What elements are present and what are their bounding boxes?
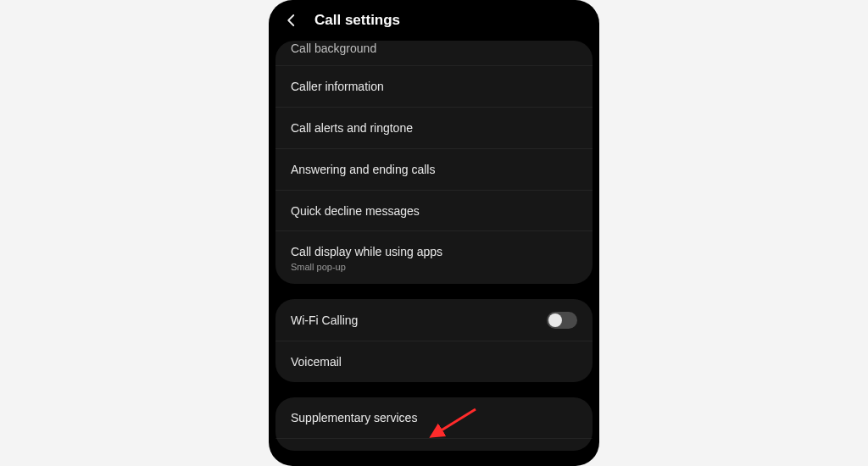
setting-voicemail[interactable]: Voicemail <box>275 341 593 382</box>
setting-call-display-while-using-apps[interactable]: Call display while using apps Small pop-… <box>275 231 593 284</box>
settings-group-2: Wi-Fi Calling Voicemail <box>275 299 593 382</box>
setting-label: Caller information <box>291 79 384 95</box>
page-title: Call settings <box>314 12 400 29</box>
settings-group-3: Supplementary services <box>275 397 593 451</box>
setting-label: Call display while using apps <box>291 244 442 260</box>
settings-group-1: Call background Caller information Call … <box>275 41 593 284</box>
setting-supplementary-services[interactable]: Supplementary services <box>275 397 593 439</box>
header: Call settings <box>269 0 599 41</box>
setting-label: Answering and ending calls <box>291 162 435 178</box>
wifi-calling-toggle[interactable] <box>547 312 577 329</box>
settings-scroll[interactable]: Call background Caller information Call … <box>269 41 599 466</box>
setting-call-alerts-ringtone[interactable]: Call alerts and ringtone <box>275 108 593 149</box>
setting-answering-ending-calls[interactable]: Answering and ending calls <box>275 149 593 191</box>
setting-label: Quick decline messages <box>291 203 420 219</box>
setting-call-background[interactable]: Call background <box>275 41 593 66</box>
setting-label: Supplementary services <box>291 410 417 426</box>
setting-subtitle: Small pop-up <box>291 262 442 272</box>
setting-label: Wi-Fi Calling <box>291 313 358 329</box>
setting-caller-information[interactable]: Caller information <box>275 66 593 108</box>
setting-label: Call background <box>291 41 376 57</box>
setting-label: Call alerts and ringtone <box>291 120 413 136</box>
setting-quick-decline-messages[interactable]: Quick decline messages <box>275 191 593 232</box>
toggle-knob <box>548 313 562 327</box>
setting-placeholder <box>275 439 593 451</box>
back-icon[interactable] <box>284 13 299 28</box>
phone-frame: Call settings Call background Caller inf… <box>269 0 599 466</box>
setting-label: Voicemail <box>291 354 342 370</box>
setting-wifi-calling[interactable]: Wi-Fi Calling <box>275 299 593 341</box>
